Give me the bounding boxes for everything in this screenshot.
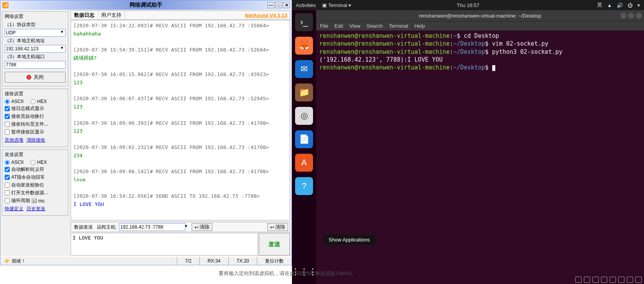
vm-tray-icon[interactable] [584, 277, 590, 283]
status-dot-icon [27, 75, 31, 80]
log-header: [2020-07-30 15:54:39.151]# RECV ASCII FR… [73, 46, 287, 54]
send-hex-radio[interactable] [30, 160, 36, 165]
dock-software-icon[interactable]: A [295, 154, 313, 172]
dock-writer-icon[interactable]: 📄 [295, 130, 313, 148]
ubuntu-topbar: Activities ▣ Terminal ▾ Thu 16:57 英 ▲ 🔊 … [292, 0, 644, 10]
vm-tray-icon[interactable] [627, 277, 633, 283]
send-atcr-check[interactable] [5, 175, 10, 180]
proto-select[interactable] [5, 29, 66, 37]
show-applications-tooltip: Show Applications [323, 234, 375, 245]
log-area[interactable]: [2020-07-30 15:24:22.003]# RECV ASCII FR… [71, 20, 290, 220]
lang-indicator[interactable]: 英 [597, 2, 602, 9]
log-message: 123 [73, 103, 287, 111]
brand-link[interactable]: NetAssist V4.3.13 [245, 12, 287, 18]
vm-hint: 要将输入定向到该虚拟机，请在虚拟机内部单击或按 Ctrl+G。 [219, 270, 357, 277]
recv-tofile-check[interactable] [5, 122, 10, 127]
activities-button[interactable]: Activities [296, 2, 316, 8]
log-message: 123 [73, 79, 287, 87]
term-close-icon[interactable] [636, 13, 642, 18]
term-menu-help[interactable]: Help [415, 23, 425, 29]
send-shortcut-link[interactable]: 快捷定义 [5, 206, 23, 212]
reset-counter-button[interactable]: 复位计数 [257, 257, 292, 265]
vm-tray-icon[interactable] [601, 277, 607, 283]
recv-autowrap-check[interactable] [5, 114, 10, 119]
recv-ascii-radio[interactable] [5, 99, 10, 104]
vm-tray-icon[interactable] [618, 277, 624, 283]
terminal-menubar: FileEditViewSearchTerminalHelp [316, 21, 644, 30]
recv-clear-link[interactable]: 清除接收 [27, 137, 45, 144]
term-menu-terminal[interactable]: Terminal [389, 23, 408, 29]
terminal-line: renshanwen@renshanwen-virtual-machine:~/… [319, 40, 641, 48]
volume-icon[interactable]: 🔊 [617, 2, 623, 8]
log-header: [2020-07-30 16:06:07.437]# RECV ASCII FR… [73, 95, 287, 103]
connection-close-button[interactable]: 关闭 [5, 72, 66, 83]
send-checksum-check[interactable] [5, 183, 10, 188]
main-panel: 数据日志 用户支持 NetAssist V4.3.13 [2020-07-30 … [70, 10, 292, 256]
term-menu-file[interactable]: File [320, 23, 328, 29]
dock-rhythmbox-icon[interactable]: ◎ [295, 107, 313, 125]
system-menu-icon[interactable]: ▾ [637, 2, 640, 8]
dock-terminal-icon[interactable]: ›_ [295, 13, 313, 31]
clock[interactable]: Thu 16:57 [457, 2, 480, 8]
ubuntu-dock: ›_ 🦊 ✉ 📁 ◎ 📄 A ? ⋮⋮⋮ [292, 10, 316, 284]
send-textarea[interactable] [71, 233, 258, 256]
recv-logmode-check[interactable] [5, 106, 10, 111]
window-titlebar[interactable]: 📶 网络调试助手 — □ ✕ [0, 0, 292, 10]
topbar-app-indicator[interactable]: ▣ Terminal ▾ [322, 2, 351, 8]
recv-other-link[interactable]: 其他选项 [5, 137, 23, 144]
tabs-row: 数据日志 用户支持 NetAssist V4.3.13 [71, 11, 290, 20]
settings-sidebar: 网络设置 （1）协议类型 （2）本地主机地址 （3）本地主机端口 关闭 接收设置… [0, 10, 70, 256]
status-tx: TX:20 [228, 257, 257, 265]
port-input[interactable] [5, 61, 66, 69]
send-loop-interval-input[interactable] [32, 198, 37, 203]
send-settings-group: 发送设置 ASCII HEX 自动解析转义符 AT指令自动回车 自动发送校验位 … [2, 149, 68, 216]
log-header: [2020-07-30 16:54:22.056]# SEND ASCII TO… [73, 192, 287, 201]
maximize-button[interactable]: □ [275, 2, 282, 8]
term-minimize-icon[interactable] [621, 13, 626, 18]
vm-tray-icon[interactable] [592, 277, 599, 283]
statusbar: 👉就绪！ 7/2 RX:34 TX:20 复位计数 [0, 256, 292, 265]
terminal-line: ('192.168.42.123', 7788):I LOVE YOU [319, 56, 641, 64]
terminal-titlebar[interactable]: renshanwen@renshanwen-virtual-machine: ~… [316, 10, 644, 21]
recv-hex-radio[interactable] [30, 99, 36, 104]
terminal-title: renshanwen@renshanwen-virtual-machine: ~… [419, 13, 541, 19]
remote-host-label: 远程主机: [97, 224, 117, 231]
log-message: 234 [73, 152, 287, 160]
recv-pause-check[interactable] [5, 130, 10, 135]
term-maximize-icon[interactable] [628, 13, 634, 18]
remote-host-input[interactable] [119, 223, 185, 231]
send-openfile-check[interactable] [5, 190, 10, 195]
tab-support[interactable]: 用户支持 [98, 11, 125, 20]
vm-tray-icon[interactable] [635, 277, 642, 283]
term-menu-view[interactable]: View [349, 23, 360, 29]
network-icon[interactable]: ▲ [607, 2, 612, 8]
send-history-link[interactable]: 历史发送 [27, 206, 45, 212]
term-menu-search[interactable]: Search [366, 23, 382, 29]
log-header: [2020-07-30 16:09:08.142]# RECV ASCII FR… [73, 168, 287, 176]
clear-log-button[interactable]: ↩ 清除 [267, 223, 288, 231]
send-escape-check[interactable] [5, 167, 10, 172]
send-loop-check[interactable] [5, 198, 10, 203]
close-window-button[interactable]: ✕ [283, 2, 290, 8]
send-ascii-radio[interactable] [5, 160, 10, 165]
clear-send-button[interactable]: ↩ 清除 [192, 223, 212, 231]
log-message: love [73, 176, 287, 184]
vm-tray-icon[interactable] [610, 277, 616, 283]
dock-help-icon[interactable]: ? [295, 177, 313, 195]
host-input[interactable] [5, 45, 66, 53]
minimize-button[interactable]: — [267, 2, 274, 8]
term-menu-edit[interactable]: Edit [334, 23, 343, 29]
dock-firefox-icon[interactable]: 🦊 [295, 37, 313, 55]
vm-tray-icon[interactable] [575, 277, 582, 283]
send-toolbar: 数据发送 远程主机: ↩ 清除 ↩ 清除 [71, 222, 290, 232]
recv-settings-group: 接收设置 ASCII HEX 按日志模式显示 接收完自动换行 接收转向至文件..… [2, 89, 68, 147]
host-label: （2）本地主机地址 [5, 37, 66, 44]
dock-thunderbird-icon[interactable]: ✉ [295, 60, 313, 78]
dock-files-icon[interactable]: 📁 [295, 83, 313, 101]
power-icon[interactable]: ⏻ [628, 2, 633, 8]
send-button[interactable]: 发送 [259, 233, 290, 256]
terminal-content[interactable]: renshanwen@renshanwen-virtual-machine:~$… [316, 30, 644, 284]
netassist-window: 📶 网络调试助手 — □ ✕ 网络设置 （1）协议类型 （2）本地主机地址 （3… [0, 0, 292, 265]
log-header: [2020-07-30 15:24:22.003]# RECV ASCII FR… [73, 22, 287, 30]
tab-datalog[interactable]: 数据日志 [71, 11, 98, 20]
